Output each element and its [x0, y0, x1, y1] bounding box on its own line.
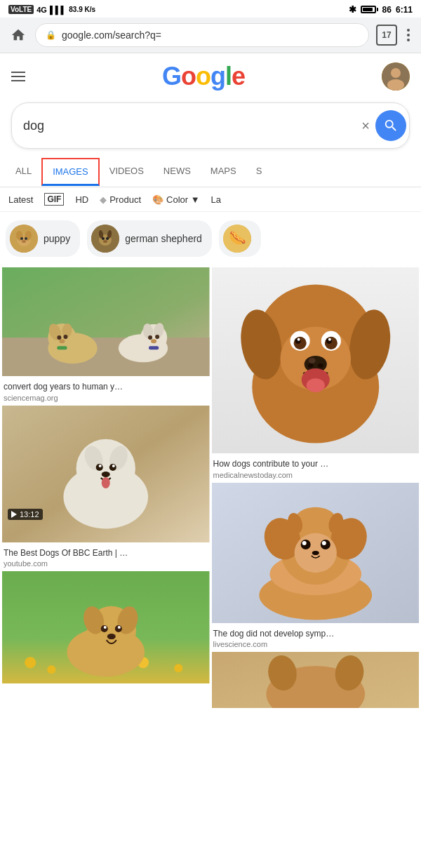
- suggestion-hotdog[interactable]: 🌭: [219, 220, 261, 257]
- suggestion-german-shepherd[interactable]: german shepherd: [87, 220, 212, 257]
- partial-dog-image: [212, 652, 420, 708]
- filter-gif[interactable]: GIF: [44, 193, 64, 206]
- status-right: ✱ 86 6:11: [349, 4, 413, 15]
- svg-point-32: [148, 335, 152, 340]
- logo-letter-o2: o: [196, 62, 210, 91]
- svg-point-15: [106, 237, 109, 240]
- search-query-text: dog: [23, 119, 356, 133]
- svg-point-53: [174, 664, 182, 672]
- image-caption-bbc: The Best Dogs Of BBC Earth | … youtube.c…: [2, 545, 210, 570]
- svg-point-25: [57, 335, 61, 340]
- logo-letter-g: G: [162, 62, 181, 91]
- svg-point-46: [102, 472, 110, 477]
- play-icon: [11, 511, 17, 518]
- suggestion-hotdog-thumb: 🌭: [223, 225, 251, 253]
- tab-all[interactable]: ALL: [6, 157, 41, 187]
- svg-point-80: [306, 378, 324, 392]
- image-item-bbc[interactable]: 13:12 The Best Dogs Of BBC Earth | … you…: [2, 406, 210, 570]
- data-speed: 83.9 K/s: [69, 6, 95, 13]
- hamburger-menu[interactable]: [11, 72, 25, 81]
- menu-dot: [407, 29, 410, 32]
- user-avatar[interactable]: [382, 62, 410, 91]
- search-bar[interactable]: dog ×: [11, 102, 410, 149]
- bbc-dogs-image: [2, 406, 210, 542]
- svg-point-97: [312, 551, 319, 555]
- suggestion-shepherd-thumb: [91, 225, 119, 253]
- image-grid-left: convert dog years to human y… sciencemag…: [2, 267, 210, 711]
- address-bar[interactable]: 🔒 google.com/search?q=: [35, 23, 369, 47]
- svg-text:🌭: 🌭: [229, 229, 246, 246]
- pomeranian-image: [212, 483, 420, 623]
- svg-point-7: [20, 237, 23, 240]
- svg-point-82: [317, 363, 323, 368]
- tab-counter-button[interactable]: 17: [376, 25, 397, 46]
- tab-more[interactable]: S: [246, 157, 272, 187]
- image-source-brown-dog: medicalnewstoday.com: [213, 471, 418, 479]
- image-item-brown-dog[interactable]: How dogs contribute to your … medicalnew…: [212, 267, 420, 481]
- svg-point-75: [297, 338, 300, 341]
- image-source-bbc: youtube.com: [4, 559, 208, 568]
- svg-point-47: [102, 477, 110, 488]
- logo-letter-l: l: [225, 62, 232, 91]
- filter-latest[interactable]: Latest: [8, 194, 33, 205]
- tab-images[interactable]: IMAGES: [41, 158, 100, 186]
- svg-point-76: [328, 338, 330, 341]
- golden-outdoor-image: [2, 571, 210, 683]
- puppies-image: [2, 267, 210, 376]
- svg-point-26: [63, 335, 67, 339]
- logo-letter-e: e: [232, 62, 245, 91]
- google-logo: Google: [162, 62, 245, 91]
- status-left: VoLTE 4G ▌▌▌ 83.9 K/s: [8, 5, 95, 14]
- svg-point-60: [104, 626, 107, 629]
- menu-dot: [407, 34, 410, 36]
- time-display: 6:11: [396, 5, 413, 15]
- suggestion-puppy-label: puppy: [44, 233, 70, 244]
- search-submit-button[interactable]: [375, 110, 406, 141]
- google-header: Google: [0, 53, 421, 100]
- image-item-partial[interactable]: [212, 652, 420, 711]
- tab-news[interactable]: NEWS: [154, 157, 201, 187]
- filter-color-label: Color ▼: [166, 194, 200, 205]
- image-caption-brown-dog: How dogs contribute to your … medicalnew…: [212, 456, 420, 481]
- filter-product[interactable]: ◆ Product: [100, 194, 141, 205]
- svg-point-72: [324, 337, 337, 349]
- svg-point-1: [391, 68, 401, 78]
- status-bar: VoLTE 4G ▌▌▌ 83.9 K/s ✱ 86 6:11: [0, 0, 421, 18]
- browser-menu-button[interactable]: [404, 26, 413, 44]
- image-grid-right: How dogs contribute to your … medicalnew…: [212, 267, 420, 711]
- svg-point-16: [103, 240, 107, 243]
- image-source-puppies: sciencemag.org: [4, 394, 208, 402]
- filter-color[interactable]: 🎨 Color ▼: [152, 194, 200, 205]
- svg-point-2: [387, 79, 404, 91]
- carrier-label: VoLTE: [8, 5, 34, 14]
- svg-point-45: [112, 465, 115, 467]
- filter-la[interactable]: La: [211, 194, 221, 205]
- svg-rect-36: [149, 346, 159, 349]
- image-title-brown-dog: How dogs contribute to your …: [213, 459, 418, 470]
- image-caption-puppies: convert dog years to human y… sciencemag…: [2, 379, 210, 403]
- home-button[interactable]: [8, 25, 28, 45]
- search-tabs: ALL IMAGES VIDEOS NEWS MAPS S: [0, 157, 421, 187]
- svg-point-71: [293, 337, 306, 349]
- svg-point-33: [155, 335, 159, 339]
- image-item-pomeranian[interactable]: The dog did not develop symp… livescienc…: [212, 483, 420, 650]
- filter-hd-label: HD: [75, 194, 88, 205]
- image-item-golden-outdoor[interactable]: [2, 571, 210, 686]
- image-item-puppies[interactable]: convert dog years to human y… sciencemag…: [2, 267, 210, 403]
- svg-point-96: [321, 541, 326, 545]
- hamburger-line: [11, 72, 25, 73]
- suggestion-puppy[interactable]: puppy: [6, 220, 80, 257]
- filter-hd[interactable]: HD: [75, 194, 88, 205]
- svg-point-62: [107, 634, 116, 639]
- image-grid: convert dog years to human y… sciencemag…: [0, 265, 421, 713]
- image-title-puppies: convert dog years to human y…: [4, 382, 208, 393]
- clear-search-button[interactable]: ×: [361, 118, 370, 134]
- image-title-bbc: The Best Dogs Of BBC Earth | …: [4, 548, 208, 559]
- video-duration-text: 13:12: [20, 510, 39, 519]
- image-title-pomeranian: The dog did not develop symp…: [213, 629, 418, 640]
- search-bar-container: dog ×: [0, 100, 421, 157]
- tab-videos[interactable]: VIDEOS: [100, 157, 154, 187]
- tab-maps[interactable]: MAPS: [201, 157, 246, 187]
- svg-point-8: [25, 237, 27, 240]
- svg-point-14: [102, 237, 105, 240]
